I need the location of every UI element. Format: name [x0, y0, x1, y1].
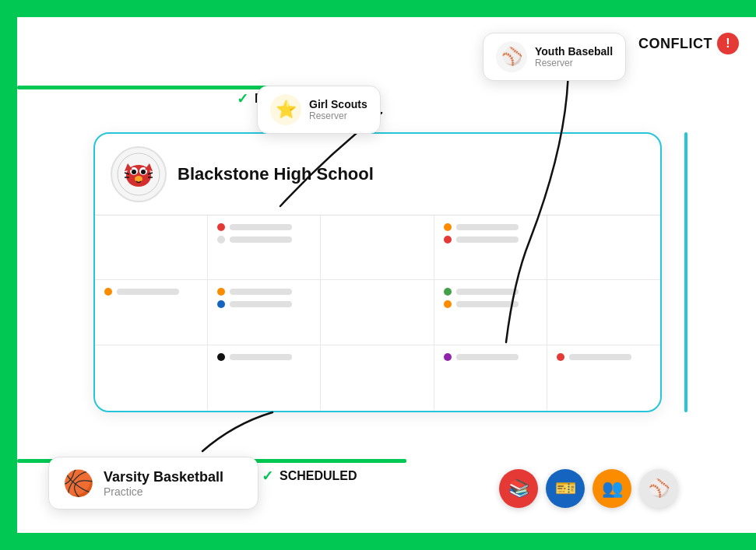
icon-team[interactable]: 👥 — [592, 469, 631, 508]
event-dot — [444, 236, 452, 243]
event-line — [230, 224, 292, 230]
calendar-cell-2-1 — [208, 345, 321, 410]
dot-row — [444, 300, 537, 308]
dot-row — [557, 353, 651, 361]
basketball-card[interactable]: 🏀 Varsity Basketball Practice — [48, 457, 258, 510]
dot-row — [444, 288, 537, 296]
calendar-card: Blackstone High School — [93, 132, 662, 412]
event-line — [569, 354, 631, 360]
dot-row — [104, 288, 198, 296]
basketball-title: Varsity Basketball — [104, 469, 223, 485]
icon-baseball[interactable]: ⚾ — [639, 469, 678, 508]
calendar-cell-2-3 — [434, 345, 547, 410]
calendar-cell-1-0 — [95, 280, 208, 345]
girl-scouts-subtitle: Reserver — [309, 110, 367, 121]
event-dot — [217, 300, 225, 308]
conflict-badge[interactable]: CONFLICT ! — [638, 33, 739, 54]
calendar-cell-1-4 — [547, 280, 660, 345]
girl-scouts-title: Girl Scouts — [309, 98, 367, 110]
calendar-cell-1-2 — [321, 280, 434, 345]
basketball-subtitle: Practice — [104, 485, 223, 498]
youth-baseball-text: Youth Baseball Reserver — [535, 45, 613, 68]
youth-baseball-tooltip[interactable]: ⚾ Youth Baseball Reserver — [483, 33, 626, 81]
teal-accent-line — [684, 132, 687, 412]
calendar-cell-0-0 — [95, 215, 208, 280]
calendar-cell-2-2 — [321, 345, 434, 410]
calendar-cell-0-4 — [547, 215, 660, 280]
bottom-bar — [0, 533, 756, 550]
girl-scouts-icon: ⭐ — [270, 94, 301, 125]
dot-row — [217, 223, 311, 231]
svg-point-5 — [141, 170, 146, 174]
event-dot — [444, 300, 452, 308]
scheduled-check-icon: ✓ — [262, 468, 273, 485]
dot-row — [444, 236, 537, 243]
svg-point-6 — [135, 176, 142, 182]
calendar-cell-1-1 — [208, 280, 321, 345]
event-line — [230, 289, 292, 295]
event-dot — [444, 353, 452, 361]
calendar-cell-2-4 — [547, 345, 660, 410]
event-dot — [557, 353, 564, 361]
dot-row — [217, 288, 311, 296]
event-dot — [217, 353, 225, 361]
youth-baseball-title: Youth Baseball — [535, 45, 613, 58]
school-name: Blackstone High School — [178, 164, 374, 184]
dot-row — [444, 223, 537, 231]
event-line — [117, 289, 179, 295]
youth-baseball-subtitle: Reserver — [535, 58, 613, 68]
conflict-label: CONFLICT — [638, 36, 712, 52]
school-logo — [111, 146, 167, 202]
event-line — [230, 301, 292, 307]
scheduled-badge: ✓ SCHEDULED — [262, 468, 357, 485]
calendar-cell-2-0 — [95, 345, 208, 410]
event-dot — [217, 223, 225, 231]
calendar-cell-1-3 — [434, 280, 547, 345]
event-dot — [217, 288, 225, 296]
scheduled-label: SCHEDULED — [280, 469, 357, 483]
basketball-text: Varsity Basketball Practice — [104, 469, 223, 498]
event-line — [230, 354, 292, 360]
calendar-cell-0-1 — [208, 215, 321, 280]
girl-scouts-text: Girl Scouts Reserver — [309, 98, 367, 121]
conflict-exclamation-icon: ! — [717, 33, 739, 54]
basketball-icon: 🏀 — [63, 468, 94, 498]
event-dot — [217, 236, 225, 243]
paid-check-icon: ✓ — [237, 90, 248, 107]
event-line — [456, 301, 519, 307]
event-line — [456, 224, 519, 230]
left-bar — [0, 0, 17, 550]
dot-row — [217, 300, 311, 308]
girl-scouts-tooltip[interactable]: ⭐ Girl Scouts Reserver — [257, 86, 381, 134]
event-line — [456, 236, 519, 243]
event-line — [230, 236, 292, 243]
event-line — [456, 354, 519, 360]
calendar-cell-0-3 — [434, 215, 547, 280]
icon-books[interactable]: 📚 — [499, 469, 538, 508]
calendar-grid — [95, 215, 660, 410]
event-line — [456, 289, 519, 295]
event-dot — [104, 288, 112, 296]
bottom-icons: 📚 🎫 👥 ⚾ — [499, 469, 678, 508]
dot-row — [217, 236, 311, 243]
youth-baseball-icon: ⚾ — [496, 41, 527, 72]
event-dot — [444, 288, 452, 296]
svg-point-4 — [132, 170, 136, 174]
top-bar — [0, 0, 756, 17]
icon-ticket[interactable]: 🎫 — [546, 469, 585, 508]
dot-row — [217, 353, 311, 361]
school-header: Blackstone High School — [95, 134, 660, 215]
calendar-cell-0-2 — [321, 215, 434, 280]
dot-row — [444, 353, 537, 361]
event-dot — [444, 223, 452, 231]
